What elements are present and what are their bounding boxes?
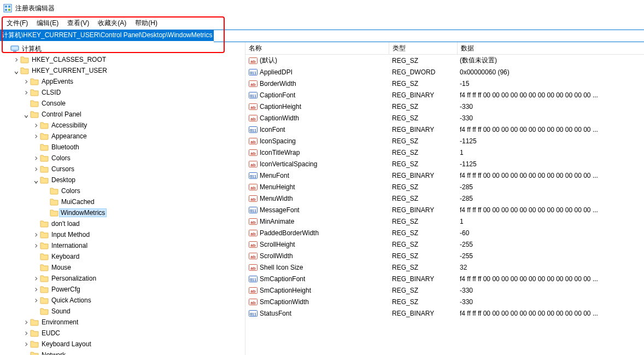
chevron-right-icon[interactable]: › [33,275,39,282]
chevron-down-icon[interactable]: ⌄ [33,177,39,183]
tree-item[interactable]: ›CLSID [0,87,245,98]
value-type: REG_SZ [389,218,456,225]
value-row[interactable]: MinAnimateREG_SZ1 [245,216,644,227]
chevron-right-icon[interactable]: › [33,242,39,249]
tree-item[interactable]: ›Personalization [0,273,245,284]
tree-item[interactable]: ›Appearance [0,131,245,142]
tree-item[interactable]: ›Environment [0,317,245,328]
tree-item[interactable]: ›Colors [0,153,245,164]
tree-item-label: HKEY_CURRENT_USER [31,67,108,74]
folder-icon [50,187,58,195]
tree-item[interactable]: Console [0,98,245,109]
path-bar[interactable]: 计算机\HKEY_CURRENT_USER\Control Panel\Desk… [0,30,214,41]
tree-item[interactable]: ⌄Desktop [0,174,245,185]
folder-icon [40,285,49,294]
value-name: BorderWidth [260,80,296,88]
tree-item-label: HKEY_CLASSES_ROOT [31,56,107,63]
col-name-header[interactable]: 名称 [245,42,389,54]
value-row[interactable]: ScrollHeightREG_SZ-255 [245,238,644,250]
tree-item[interactable]: ›Keyboard Layout [0,339,245,350]
menu-item[interactable]: 收藏夹(A) [93,18,131,29]
chevron-right-icon[interactable]: › [23,330,30,336]
chevron-right-icon[interactable]: › [23,319,30,325]
value-row[interactable]: AppliedDPIREG_DWORD0x00000060 (96) [245,66,644,78]
chevron-right-icon[interactable]: › [33,286,39,293]
value-row[interactable]: CaptionFontREG_BINARYf4 ff ff ff 00 00 0… [245,89,644,101]
value-type: REG_BINARY [389,172,456,179]
chevron-right-icon[interactable]: › [13,56,20,63]
chevron-right-icon[interactable]: › [33,166,39,172]
chevron-right-icon[interactable]: › [33,133,39,139]
value-row[interactable]: IconSpacingREG_SZ-1125 [245,135,644,147]
value-row[interactable]: IconTitleWrapREG_SZ1 [245,147,644,158]
value-row[interactable]: CaptionHeightREG_SZ-330 [245,101,644,112]
value-name: CaptionHeight [260,103,301,110]
col-type-header[interactable]: 类型 [389,42,458,54]
value-row[interactable]: CaptionWidthREG_SZ-330 [245,112,644,124]
chevron-down-icon[interactable]: ⌄ [23,111,30,118]
path-bar-rest[interactable] [214,30,644,42]
tree-item[interactable]: ›HKEY_CLASSES_ROOT [0,54,245,65]
tree-item[interactable]: don't load [0,218,245,229]
tree-item[interactable]: ›AppEvents [0,76,245,87]
menu-item[interactable]: 帮助(H) [131,18,162,29]
chevron-right-icon[interactable]: › [33,155,39,161]
tree-item[interactable]: ›Input Method [0,229,245,240]
value-row[interactable]: BorderWidthREG_SZ-15 [245,78,644,89]
chevron-right-icon[interactable]: › [23,78,30,85]
chevron-down-icon[interactable]: ⌄ [13,67,20,74]
value-type: REG_BINARY [389,206,456,214]
tree-item[interactable]: ›Quick Actions [0,295,245,306]
value-row[interactable]: (默认)REG_SZ(数值未设置) [245,55,644,66]
tree-item[interactable]: Sound [0,306,245,317]
chevron-right-icon[interactable]: › [33,297,39,304]
value-name: StatusFont [260,310,291,317]
tree-item[interactable]: ›Cursors [0,164,245,174]
chevron-right-icon[interactable]: › [33,122,39,129]
tree-item[interactable]: 计算机 [0,43,245,54]
chevron-right-icon[interactable]: › [33,231,39,238]
tree-item[interactable]: Network [0,350,245,355]
value-row[interactable]: MenuHeightREG_SZ-285 [245,181,644,193]
value-type: REG_BINARY [389,126,456,133]
tree-item[interactable]: ⌄HKEY_CURRENT_USER [0,65,245,76]
tree-item[interactable]: ›EUDC [0,328,245,339]
value-row[interactable]: MessageFontREG_BINARYf4 ff ff ff 00 00 0… [245,204,644,216]
value-name: SmCaptionHeight [260,287,311,294]
tree-item[interactable]: ⌄Control Panel [0,109,245,120]
tree-item[interactable]: Mouse [0,262,245,273]
value-row[interactable]: IconFontREG_BINARYf4 ff ff ff 00 00 00 0… [245,124,644,135]
tree-item[interactable]: MuiCached [0,196,245,207]
value-row[interactable]: Shell Icon SizeREG_SZ32 [245,261,644,273]
tree-item[interactable]: ›International [0,240,245,251]
tree-item[interactable]: ›Accessibility [0,120,245,131]
value-type: REG_SZ [389,252,456,260]
value-row[interactable]: SmCaptionWidthREG_SZ-330 [245,296,644,307]
chevron-right-icon[interactable]: › [23,89,30,96]
tree-item[interactable]: Colors [0,185,245,196]
value-type: REG_SZ [389,229,456,237]
value-row[interactable]: StatusFontREG_BINARYf4 ff ff ff 00 00 00… [245,307,644,319]
chevron-right-icon[interactable]: › [23,341,30,347]
value-name: MenuWidth [260,195,293,202]
tree-item[interactable]: ›PowerCfg [0,284,245,295]
menu-item[interactable]: 文件(F) [2,18,32,29]
value-row[interactable]: IconVerticalSpacingREG_SZ-1125 [245,158,644,170]
value-row[interactable]: SmCaptionFontREG_BINARYf4 ff ff ff 00 00… [245,273,644,284]
regedit-icon [3,4,12,13]
menu-item[interactable]: 编辑(E) [32,18,63,29]
value-row[interactable]: SmCaptionHeightREG_SZ-330 [245,284,644,296]
value-row[interactable]: MenuFontREG_BINARYf4 ff ff ff 00 00 00 0… [245,170,644,181]
tree-view[interactable]: 计算机›HKEY_CLASSES_ROOT⌄HKEY_CURRENT_USER›… [0,42,245,355]
menu-item[interactable]: 查看(V) [63,18,93,29]
value-list[interactable]: 名称 类型 数据 (默认)REG_SZ(数值未设置)AppliedDPIREG_… [245,42,644,355]
col-data-header[interactable]: 数据 [458,42,644,54]
value-row[interactable]: PaddedBorderWidthREG_SZ-60 [245,227,644,238]
tree-item[interactable]: WindowMetrics [0,207,245,218]
value-row[interactable]: MenuWidthREG_SZ-285 [245,193,644,204]
value-row[interactable]: ScrollWidthREG_SZ-255 [245,250,644,261]
string-value-icon [249,56,257,65]
tree-item[interactable]: Bluetooth [0,142,245,153]
tree-item[interactable]: Keyboard [0,251,245,262]
tree-item-label: PowerCfg [51,286,81,293]
